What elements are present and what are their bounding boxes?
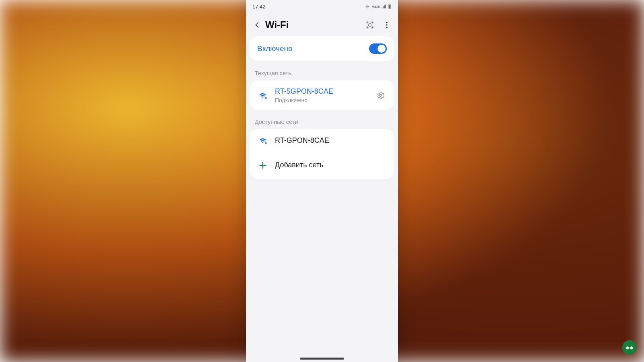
wifi-toggle-switch[interactable]: [369, 43, 387, 54]
current-network-ssid: RT-5GPON-8CAE: [275, 87, 372, 96]
svg-rect-1: [389, 4, 390, 4]
infinity-icon: [625, 343, 634, 352]
svg-point-4: [386, 22, 387, 23]
current-network-status: Подключено: [275, 97, 372, 103]
svg-point-5: [386, 24, 387, 25]
gear-icon: [376, 91, 385, 100]
status-bar: 17:42 VoLTE: [246, 0, 398, 12]
add-network-label: Добавить сеть: [275, 160, 388, 170]
add-network-row[interactable]: Добавить сеть: [250, 152, 394, 179]
svg-rect-3: [369, 24, 371, 26]
floating-app-badge[interactable]: [622, 340, 637, 355]
status-time: 17:42: [252, 4, 266, 10]
qr-icon: [365, 21, 374, 29]
more-options-button[interactable]: [382, 20, 392, 30]
more-vertical-icon: [383, 21, 391, 29]
current-network-card: RT-5GPON-8CAE Подключено: [250, 80, 394, 110]
current-network-row[interactable]: RT-5GPON-8CAE Подключено: [250, 80, 394, 110]
network-settings-button[interactable]: [372, 87, 388, 103]
volte-status-icon: VoLTE: [372, 5, 380, 8]
signal-status-icon: [381, 4, 386, 9]
wifi-secure-icon: [256, 136, 270, 145]
available-network-row[interactable]: RT-GPON-8CAE: [250, 129, 394, 152]
header: Wi-Fi: [246, 12, 398, 36]
page-title: Wi-Fi: [265, 19, 365, 31]
current-network-section-label: Текущая сеть: [255, 70, 389, 76]
wifi-toggle-label: Включено: [257, 44, 293, 53]
qr-scan-button[interactable]: [365, 20, 375, 30]
wifi-secure-icon: [256, 90, 270, 100]
status-indicators: VoLTE: [365, 4, 392, 9]
wifi-toggle-row[interactable]: Включено: [250, 36, 394, 61]
available-networks-section-label: Доступные сети: [255, 119, 389, 125]
back-button[interactable]: [252, 19, 263, 31]
phone-frame: 17:42 VoLTE Wi-Fi: [246, 0, 398, 362]
svg-rect-2: [389, 5, 390, 9]
available-networks-card: RT-GPON-8CAE Добавить сеть: [250, 129, 394, 179]
available-network-ssid: RT-GPON-8CAE: [275, 136, 388, 145]
gesture-bar[interactable]: [300, 358, 344, 360]
battery-status-icon: [388, 4, 392, 9]
chevron-left-icon: [254, 21, 261, 29]
wifi-status-icon: [365, 4, 370, 9]
svg-point-6: [386, 27, 387, 28]
plus-icon: [256, 161, 270, 170]
